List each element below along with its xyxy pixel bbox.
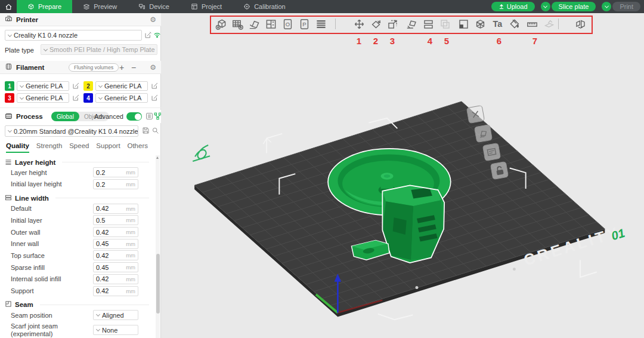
- edit-filament-1-icon[interactable]: [72, 82, 80, 91]
- filament-settings-gear-icon[interactable]: ⚙: [150, 64, 156, 71]
- param-input[interactable]: 0.45mm: [93, 262, 138, 272]
- edit-filament-4-icon[interactable]: [151, 94, 159, 103]
- slice-plate-button[interactable]: Slice plate: [552, 2, 596, 11]
- home-button[interactable]: [0, 0, 17, 13]
- filament-2-color-badge[interactable]: 2: [83, 81, 93, 91]
- printer-settings-gear-icon[interactable]: ⚙: [150, 16, 156, 23]
- print-label: Print: [620, 3, 633, 10]
- tab-calibration[interactable]: Calibration: [233, 0, 296, 13]
- param-label: Outer wall: [11, 229, 93, 236]
- add-text-icon[interactable]: Ta: [491, 17, 504, 30]
- auto-arrange-icon[interactable]: [264, 17, 277, 30]
- edit-printer-icon[interactable]: [144, 31, 152, 40]
- seam-position-select[interactable]: Aligned: [93, 310, 138, 320]
- param-input[interactable]: 0.42mm: [93, 204, 138, 214]
- param-input[interactable]: 0.5mm: [93, 215, 138, 225]
- param-row: Support0.42mm: [0, 285, 154, 297]
- tab-strength[interactable]: Strength: [36, 142, 62, 153]
- svg-text:P: P: [302, 21, 306, 27]
- assembly-icon[interactable]: [574, 17, 587, 30]
- params-scrollbar[interactable]: [156, 155, 160, 338]
- page-perspective-icon[interactable]: P: [298, 17, 311, 30]
- process-preset-select[interactable]: 0.20mm Standard @Creality K1 0.4 nozzle: [5, 125, 138, 137]
- seam-icon: [5, 300, 12, 309]
- param-row: Initial layer0.5mm: [0, 214, 154, 226]
- paint-icon[interactable]: [508, 17, 521, 30]
- orient-plate-button[interactable]: [474, 124, 493, 143]
- plate-settings-button[interactable]: [482, 143, 501, 161]
- process-section-header: Process Global Objects Advanced: [0, 110, 161, 123]
- chevron-down-icon: [8, 32, 12, 36]
- remove-filament-button[interactable]: −: [129, 63, 138, 72]
- scrollbar-thumb[interactable]: [156, 254, 160, 314]
- scope-global[interactable]: Global: [51, 112, 79, 121]
- filament-4-color-badge[interactable]: 4: [83, 93, 93, 103]
- param-input[interactable]: 0.45mm: [93, 239, 138, 249]
- search-preset-icon[interactable]: [151, 127, 159, 136]
- parameter-list-icon[interactable]: [145, 112, 153, 121]
- print-button[interactable]: Print: [612, 2, 640, 11]
- plate-type-label: Plate type: [5, 47, 34, 54]
- move-icon[interactable]: [352, 17, 366, 30]
- place-on-face-icon[interactable]: [405, 17, 418, 30]
- filament-1-select[interactable]: Generic PLA: [17, 81, 69, 91]
- add-plate-icon[interactable]: [231, 17, 244, 30]
- auto-orient-icon[interactable]: [247, 17, 261, 30]
- filament-4-select[interactable]: Generic PLA: [95, 93, 148, 103]
- param-input[interactable]: 0.42mm: [93, 286, 138, 296]
- param-input[interactable]: 0.42mm: [93, 227, 138, 237]
- slice-options-button[interactable]: [541, 2, 550, 11]
- param-input[interactable]: 0.2mm: [93, 179, 138, 189]
- param-input[interactable]: 0.42mm: [93, 274, 138, 284]
- scroll-up-arrow-icon[interactable]: [156, 156, 159, 159]
- wifi-icon[interactable]: [153, 31, 161, 40]
- viewport-3d[interactable]: CREALITY 01: [161, 13, 644, 338]
- add-model-icon[interactable]: [214, 17, 227, 30]
- clone-icon[interactable]: [438, 17, 451, 30]
- add-filament-button[interactable]: +: [117, 63, 126, 72]
- filament-3-select[interactable]: Generic PLA: [17, 93, 69, 103]
- print-options-button[interactable]: [602, 2, 611, 11]
- cut-icon[interactable]: [422, 17, 435, 30]
- chevron-down-icon: [98, 95, 103, 99]
- rotate-icon[interactable]: [369, 17, 382, 30]
- filament-2-select[interactable]: Generic PLA: [95, 81, 148, 91]
- save-preset-icon[interactable]: [142, 127, 150, 136]
- plate-type-select[interactable]: Smooth PEI Plate / High Temp Plate: [41, 44, 157, 55]
- measure-icon[interactable]: [525, 17, 538, 30]
- seam-paint-icon[interactable]: [542, 17, 555, 30]
- filament-1-value: Generic PLA: [26, 82, 63, 90]
- tab-support[interactable]: Support: [96, 142, 120, 153]
- tab-project[interactable]: Project: [180, 0, 233, 13]
- lock-plate-button[interactable]: [490, 161, 509, 180]
- filament-1-color-badge[interactable]: 1: [5, 81, 14, 91]
- edit-filament-2-icon[interactable]: [151, 82, 159, 91]
- tab-preview-label: Preview: [94, 3, 117, 10]
- tab-preview[interactable]: Preview: [72, 0, 128, 13]
- scale-icon[interactable]: [386, 17, 399, 30]
- tab-speed[interactable]: Speed: [69, 142, 89, 153]
- filament-3-color-badge[interactable]: 3: [5, 93, 14, 103]
- param-value: Aligned: [102, 312, 124, 319]
- scarf-joint-select[interactable]: None: [93, 325, 138, 335]
- param-row: Top surface0.42mm: [0, 250, 154, 262]
- tab-others[interactable]: Others: [127, 142, 148, 153]
- advanced-toggle[interactable]: [126, 112, 142, 121]
- printer-preset-select[interactable]: Creality K1 0.4 nozzle: [5, 30, 142, 41]
- split-icon[interactable]: [457, 17, 470, 30]
- edit-filament-3-icon[interactable]: [72, 94, 80, 103]
- flushing-volumes-button[interactable]: Flushing volumes: [69, 63, 119, 72]
- delete-plate-button[interactable]: [466, 105, 485, 124]
- page-ortho-icon[interactable]: O: [281, 17, 294, 30]
- param-row: Layer height0.2mm: [0, 167, 154, 179]
- tab-device[interactable]: Device: [128, 0, 180, 13]
- param-input[interactable]: 0.2mm: [93, 167, 138, 177]
- tab-project-label: Project: [202, 3, 222, 10]
- tab-quality[interactable]: Quality: [6, 142, 29, 153]
- tab-prepare[interactable]: Prepare: [17, 0, 72, 13]
- object-list-icon[interactable]: [314, 17, 327, 30]
- upload-button[interactable]: Upload: [491, 2, 535, 11]
- mesh-cube-icon[interactable]: [473, 17, 487, 30]
- param-input[interactable]: 0.42mm: [93, 250, 138, 260]
- svg-text:Ta: Ta: [493, 19, 503, 29]
